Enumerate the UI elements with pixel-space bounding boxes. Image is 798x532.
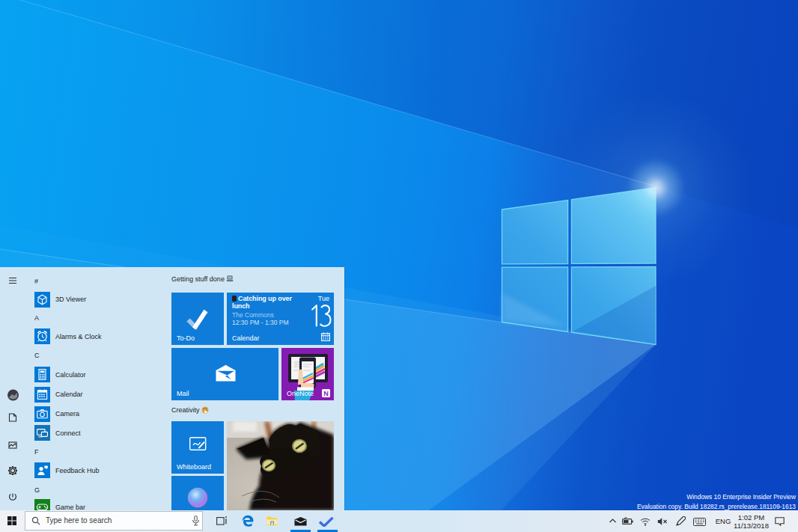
svg-text:N: N	[323, 390, 329, 397]
